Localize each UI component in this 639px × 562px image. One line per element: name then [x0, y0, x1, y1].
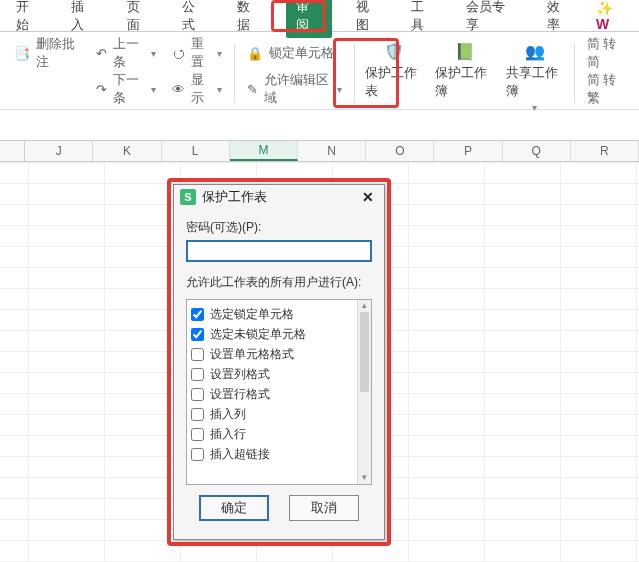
- listbox-scrollbar[interactable]: ▴ ▾: [357, 300, 371, 484]
- permission-label: 设置行格式: [210, 386, 270, 403]
- permission-label: 选定未锁定单元格: [210, 326, 306, 343]
- column-header-P[interactable]: P: [434, 141, 502, 161]
- permissions-listbox: 选定锁定单元格选定未锁定单元格设置单元格格式设置列格式设置行格式插入列插入行插入…: [186, 299, 372, 485]
- permission-option[interactable]: 插入超链接: [191, 444, 367, 464]
- share-workbook-button[interactable]: 👥 共享工作簿▾: [500, 38, 570, 115]
- protect-workbook-button[interactable]: 📗 保护工作簿: [429, 38, 499, 102]
- column-header-K[interactable]: K: [93, 141, 161, 161]
- protect-sheet-icon: 🛡️: [383, 40, 405, 62]
- column-header-R[interactable]: R: [571, 141, 639, 161]
- prev-comment-button[interactable]: ↶上一条▾: [96, 38, 156, 68]
- lock-cells-button[interactable]: 🔒锁定单元格: [247, 38, 342, 68]
- column-header-J[interactable]: J: [25, 141, 93, 161]
- permission-checkbox[interactable]: [191, 408, 204, 421]
- allow-edit-ranges-button[interactable]: ✎允许编辑区域▾: [247, 74, 342, 104]
- protect-sheet-button[interactable]: 🛡️ 保护工作表: [359, 38, 429, 102]
- permission-checkbox[interactable]: [191, 308, 204, 321]
- convert-trad-button[interactable]: 简 转繁: [587, 74, 625, 104]
- protect-sheet-dialog: S 保护工作表 ✕ 密码(可选)(P): 允许此工作表的所有用户进行(A): 选…: [173, 184, 385, 540]
- protect-workbook-icon: 📗: [454, 40, 476, 62]
- permission-label: 插入列: [210, 406, 246, 423]
- column-header-N[interactable]: N: [298, 141, 366, 161]
- permission-option[interactable]: 选定锁定单元格: [191, 304, 367, 324]
- permission-checkbox[interactable]: [191, 348, 204, 361]
- permission-checkbox[interactable]: [191, 388, 204, 401]
- share-workbook-icon: 👥: [524, 40, 546, 62]
- permission-option[interactable]: 设置列格式: [191, 364, 367, 384]
- column-header-L[interactable]: L: [162, 141, 230, 161]
- app-brand-icon: ✨ W: [596, 0, 629, 32]
- column-header-O[interactable]: O: [366, 141, 434, 161]
- dialog-title: 保护工作表: [202, 188, 267, 206]
- password-label: 密码(可选)(P):: [186, 219, 372, 236]
- ok-button[interactable]: 确定: [199, 495, 269, 521]
- permission-checkbox[interactable]: [191, 328, 204, 341]
- permission-option[interactable]: 插入列: [191, 404, 367, 424]
- column-headers: JKLMNOPQR: [0, 140, 639, 162]
- password-input[interactable]: [186, 240, 372, 262]
- convert-simp-button[interactable]: 简 转简: [587, 38, 625, 68]
- permission-checkbox[interactable]: [191, 448, 204, 461]
- ribbon-tabbar: 开始插入页面公式数据审阅视图工具会员专享效率✨ W: [0, 0, 639, 32]
- permission-checkbox[interactable]: [191, 428, 204, 441]
- column-header-M[interactable]: M: [230, 141, 298, 161]
- cancel-button[interactable]: 取消: [289, 495, 359, 521]
- permission-option[interactable]: 插入行: [191, 424, 367, 444]
- dialog-close-button[interactable]: ✕: [358, 189, 378, 205]
- scroll-up-arrow[interactable]: ▴: [358, 300, 371, 312]
- reset-button[interactable]: ⭯重置▾: [172, 38, 222, 68]
- permission-label: 插入行: [210, 426, 246, 443]
- delete-annotations-button[interactable]: 📑删除批注: [14, 38, 80, 68]
- allow-users-label: 允许此工作表的所有用户进行(A):: [186, 274, 372, 291]
- next-comment-button[interactable]: ↷下一条▾: [96, 74, 156, 104]
- scroll-down-arrow[interactable]: ▾: [358, 472, 371, 484]
- permission-option[interactable]: 设置单元格格式: [191, 344, 367, 364]
- permission-label: 设置列格式: [210, 366, 270, 383]
- dialog-titlebar: S 保护工作表 ✕: [174, 185, 384, 209]
- select-all-corner[interactable]: [0, 141, 25, 161]
- column-header-Q[interactable]: Q: [503, 141, 571, 161]
- permission-label: 插入超链接: [210, 446, 270, 463]
- ribbon: 📑删除批注 ↶上一条▾ ↷下一条▾ ⭯重置▾ 👁显示▾ 🔒锁定单元格 ✎允许编辑…: [0, 32, 639, 110]
- permission-option[interactable]: 选定未锁定单元格: [191, 324, 367, 344]
- permission-label: 设置单元格格式: [210, 346, 294, 363]
- permission-checkbox[interactable]: [191, 368, 204, 381]
- app-logo-icon: S: [180, 189, 196, 205]
- show-button[interactable]: 👁显示▾: [172, 74, 222, 104]
- permission-label: 选定锁定单元格: [210, 306, 294, 323]
- permission-option[interactable]: 设置行格式: [191, 384, 367, 404]
- scroll-thumb[interactable]: [360, 312, 369, 392]
